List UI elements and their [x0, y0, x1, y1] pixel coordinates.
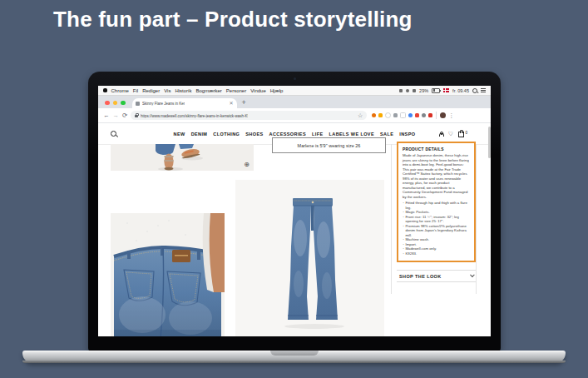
profile-avatar[interactable]	[440, 112, 446, 118]
laptop-base-edge	[22, 361, 566, 363]
minimize-window-button[interactable]	[113, 101, 118, 106]
bluetooth-icon[interactable]	[406, 89, 409, 92]
wifi-icon[interactable]	[413, 89, 416, 92]
presentation-slide: The fun part – Product storytelling Chro…	[0, 0, 588, 378]
back-jeans-illustration	[111, 213, 225, 336]
tab-title: Skinny Flare Jeans in Kenwick	[142, 99, 227, 107]
spotlight-search-icon[interactable]	[472, 88, 477, 93]
menubar-menu-item[interactable]: Vindue	[250, 88, 266, 93]
extension-icon[interactable]	[372, 113, 376, 117]
extension-icons: ⋮	[372, 112, 454, 119]
extension-icon[interactable]	[415, 113, 419, 117]
browser-tabstrip: Skinny Flare Jeans in Kenwick ✕ +	[98, 96, 491, 108]
menubar-menu-item[interactable]: Fil	[133, 88, 138, 93]
site-nav-link[interactable]: NEW	[174, 132, 185, 137]
site-nav-link[interactable]: DENIM	[191, 132, 208, 137]
bookmark-star-icon[interactable]: ☆	[358, 112, 363, 118]
cart-count: 0	[465, 131, 467, 135]
search-icon[interactable]	[111, 131, 116, 137]
menubar-menu-item[interactable]: Hjælp	[270, 88, 284, 93]
extension-icon[interactable]	[400, 112, 406, 118]
notification-center-icon[interactable]	[481, 88, 486, 92]
product-details-bullet: Front rise: 11 ½"; inseam: 32"; leg open…	[403, 215, 474, 224]
reload-button[interactable]: ⟳	[122, 112, 127, 119]
site-nav-link[interactable]: ACCESSORIES	[269, 132, 306, 137]
input-source-icon[interactable]	[399, 89, 403, 92]
denmark-flag-icon[interactable]	[443, 88, 449, 92]
column-divider	[391, 144, 392, 294]
product-photo-model-sandals[interactable]: ⊕	[111, 144, 254, 171]
image-zoom-icon[interactable]: ⊕	[244, 162, 250, 168]
browser-tab[interactable]: Skinny Flare Jeans in Kenwick ✕	[132, 98, 237, 108]
battery-percent: 29%	[419, 88, 428, 93]
site-nav-link[interactable]: SHOES	[245, 132, 263, 137]
browser-menu-icon[interactable]: ⋮	[448, 112, 454, 118]
menubar-menu-item[interactable]: Chrome	[111, 88, 129, 93]
product-details-bullets: Fitted through hip and thigh with a flar…	[403, 201, 474, 256]
product-photo-back-view[interactable]	[111, 213, 225, 336]
close-window-button[interactable]	[105, 101, 110, 106]
product-photo-flat-front[interactable]	[235, 180, 384, 336]
laptop-base-notch	[270, 351, 319, 356]
laptop-base	[22, 351, 566, 363]
extension-icon[interactable]	[422, 113, 426, 117]
laptop-screen: ChromeFilRedigerVisHistorikBogmærkerPers…	[88, 72, 501, 351]
shop-the-look-accordion[interactable]: SHOP THE LOOK	[397, 270, 476, 282]
menubar-status-area: 29% fr. 09.45	[399, 88, 486, 93]
extension-icon[interactable]	[408, 113, 413, 117]
site-nav-link[interactable]: SALE	[380, 132, 393, 137]
extension-icon[interactable]	[378, 113, 383, 117]
extension-icon[interactable]	[428, 113, 432, 117]
tab-close-icon[interactable]: ✕	[229, 101, 233, 106]
site-nav-link[interactable]: LIFE	[312, 132, 324, 137]
site-nav-link[interactable]: INSPO	[399, 132, 415, 137]
wishlist-heart-icon[interactable]: ♡	[448, 131, 453, 137]
clock[interactable]: fr. 09.45	[452, 88, 469, 93]
macos-menubar: ChromeFilRedigerVisHistorikBogmærkerPers…	[98, 86, 491, 96]
account-icon[interactable]	[439, 132, 443, 137]
new-tab-button[interactable]: +	[242, 99, 246, 107]
front-jeans-illustration	[235, 180, 384, 336]
back-button[interactable]: ←	[103, 112, 110, 119]
menubar-menu-item[interactable]: Bogmærker	[195, 88, 221, 93]
macos-desktop: ChromeFilRedigerVisHistorikBogmærkerPers…	[98, 86, 491, 336]
site-nav-link[interactable]: CLOTHING	[213, 132, 240, 137]
madewell-page: NEWDENIMCLOTHINGSHOESACCESSORIESLIFELABE…	[98, 123, 491, 336]
extension-icon[interactable]	[385, 112, 391, 118]
toolbar-separator	[436, 112, 437, 119]
address-bar[interactable]: https://www.madewell.com/skinny-flare-je…	[131, 111, 367, 120]
page-scrollbar[interactable]	[488, 127, 491, 158]
webcam-icon	[294, 77, 296, 80]
menubar-menu-item[interactable]: Historik	[175, 88, 191, 93]
extension-icon[interactable]	[393, 113, 398, 117]
product-details-bullet: Premium 98% cotton/2% polyurethane denim…	[403, 224, 474, 238]
forward-button[interactable]: →	[113, 112, 120, 119]
window-controls	[105, 101, 126, 106]
cart-bag[interactable]: 0	[458, 130, 467, 138]
browser-toolbar: ← → ⟳ https://www.madewell.com/skinny-fl…	[98, 108, 491, 123]
column-divider	[476, 144, 477, 294]
apple-icon[interactable]	[103, 88, 107, 92]
fullscreen-window-button[interactable]	[121, 101, 126, 106]
product-details-bullet: K9283.	[403, 251, 474, 256]
product-details-panel: PRODUCT DETAILS Made of Japanese denim, …	[397, 142, 476, 262]
padlock-icon	[135, 115, 138, 117]
tab-favicon-icon	[136, 102, 140, 106]
site-nav-link[interactable]: LABELS WE LOVE	[329, 132, 375, 137]
product-details-heading: PRODUCT DETAILS	[403, 147, 474, 152]
menubar-menus: ChromeFilRedigerVisHistorikBogmærkerPers…	[111, 88, 284, 93]
product-details-bullet: Fitted through hip and thigh with a flar…	[403, 201, 474, 210]
url-text: https://www.madewell.com/skinny-flare-je…	[141, 112, 355, 120]
slide-title: The fun part – Product storytelling	[53, 7, 413, 32]
bag-icon	[458, 132, 464, 138]
product-details-description: Made of Japanese denim, these high-rise …	[403, 153, 474, 199]
battery-icon	[432, 88, 440, 93]
model-size-caption: Marlene is 5'9" wearing size 26	[272, 137, 386, 153]
shop-the-look-label: SHOP THE LOOK	[399, 274, 442, 279]
menubar-menu-item[interactable]: Rediger	[142, 88, 160, 93]
menubar-menu-item[interactable]: Personer	[226, 88, 246, 93]
sandals-illustration	[111, 144, 254, 171]
menubar-menu-item[interactable]: Vis	[164, 88, 170, 93]
chevron-down-icon	[469, 273, 474, 278]
